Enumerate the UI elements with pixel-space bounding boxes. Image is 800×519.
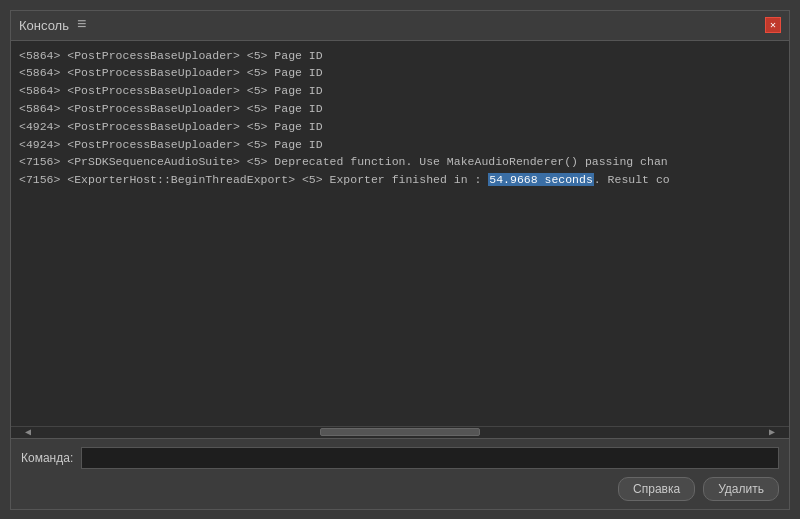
log-line-1: <5864> <PostProcessBaseUploader> <5> Pag… (19, 47, 781, 65)
log-line-6: <4924> <PostProcessBaseUploader> <5> Pag… (19, 136, 781, 154)
scroll-arrows: ◀ ▶ (25, 426, 775, 438)
log-line-7: <7156> <PrSDKSequenceAudioSuite> <5> Dep… (19, 153, 781, 171)
close-button[interactable]: ✕ (765, 17, 781, 33)
highlighted-value: 54.9668 seconds (488, 173, 594, 186)
console-window: Консоль ≡ ✕ <5864> <PostProcessBaseUploa… (10, 10, 790, 510)
scrollbar-thumb[interactable] (320, 428, 480, 436)
menu-icon[interactable]: ≡ (77, 16, 87, 34)
bottom-bar: Команда: Справка Удалить (11, 438, 789, 509)
log-line-8: <7156> <ExporterHost::BeginThreadExport>… (19, 171, 781, 189)
command-label: Команда: (21, 451, 73, 465)
log-line-4: <5864> <PostProcessBaseUploader> <5> Pag… (19, 100, 781, 118)
title-bar: Консоль ≡ ✕ (11, 11, 789, 41)
log-line-5: <4924> <PostProcessBaseUploader> <5> Pag… (19, 118, 781, 136)
delete-button[interactable]: Удалить (703, 477, 779, 501)
log-line-3: <5864> <PostProcessBaseUploader> <5> Pag… (19, 82, 781, 100)
scroll-right-arrow[interactable]: ▶ (769, 426, 775, 438)
command-row: Команда: (21, 447, 779, 469)
window-title: Консоль (19, 18, 69, 33)
console-output[interactable]: <5864> <PostProcessBaseUploader> <5> Pag… (11, 41, 789, 426)
console-area: <5864> <PostProcessBaseUploader> <5> Pag… (11, 41, 789, 426)
buttons-row: Справка Удалить (21, 477, 779, 501)
command-input[interactable] (81, 447, 779, 469)
scroll-left-arrow[interactable]: ◀ (25, 426, 31, 438)
log-line-2: <5864> <PostProcessBaseUploader> <5> Pag… (19, 64, 781, 82)
title-bar-left: Консоль ≡ (19, 16, 87, 34)
help-button[interactable]: Справка (618, 477, 695, 501)
horizontal-scrollbar[interactable]: ◀ ▶ (11, 426, 789, 438)
